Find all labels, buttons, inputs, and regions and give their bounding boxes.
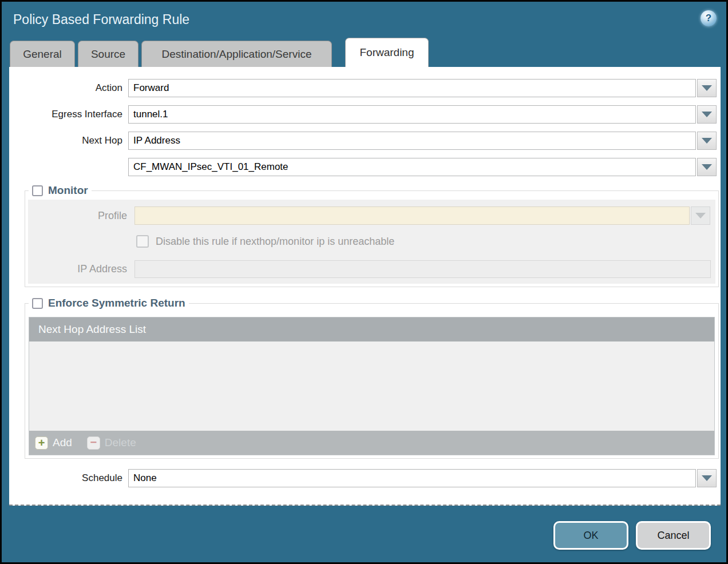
next-hop-address-dropdown-button[interactable]	[697, 158, 717, 176]
action-row: Action	[9, 79, 721, 97]
tab-source-label: Source	[91, 48, 125, 61]
dialog-titlebar: Policy Based Forwarding Rule	[2, 2, 726, 38]
next-hop-dropdown-button[interactable]	[697, 132, 717, 150]
next-hop-address-row	[9, 158, 721, 176]
tab-bar: General Source Destination/Application/S…	[10, 38, 726, 67]
policy-based-forwarding-dialog: Policy Based Forwarding Rule ? General S…	[0, 0, 728, 564]
monitor-group: Monitor Profile Disable this rule if nex…	[25, 184, 719, 287]
egress-interface-row: Egress Interface	[9, 105, 721, 124]
help-icon[interactable]: ?	[701, 10, 717, 26]
disable-rule-label: Disable this rule if nexthop/monitor ip …	[156, 236, 394, 248]
profile-label: Profile	[28, 210, 127, 222]
dialog-footer-buttons: OK Cancel	[553, 521, 711, 550]
tab-forwarding-label: Forwarding	[359, 46, 414, 59]
chevron-down-icon	[702, 112, 712, 117]
monitor-checkbox[interactable]	[32, 185, 43, 196]
monitor-legend-label: Monitor	[48, 184, 88, 197]
ok-button[interactable]: OK	[553, 521, 628, 550]
action-label: Action	[9, 82, 122, 94]
next-hop-type-input[interactable]	[128, 132, 696, 150]
egress-interface-input[interactable]	[128, 105, 696, 124]
monitor-panel: Profile Disable this rule if nexthop/mon…	[28, 200, 715, 284]
next-hop-address-table-body	[29, 341, 714, 431]
schedule-input[interactable]	[128, 469, 696, 487]
monitor-ip-address-row: IP Address	[28, 260, 715, 278]
help-icon-glyph: ?	[706, 13, 711, 24]
chevron-down-icon	[702, 85, 712, 91]
profile-dropdown-button-disabled	[691, 206, 710, 225]
next-hop-address-table: Next Hop Address List + Add − Delete	[29, 317, 715, 455]
schedule-label: Schedule	[9, 472, 122, 484]
next-hop-label: Next Hop	[9, 135, 122, 146]
next-hop-address-table-footer: + Add − Delete	[29, 431, 714, 455]
profile-input-disabled	[134, 206, 690, 225]
cancel-button[interactable]: Cancel	[636, 521, 711, 550]
profile-row: Profile	[28, 206, 715, 225]
add-button-label: Add	[53, 436, 72, 449]
tab-general-label: General	[23, 48, 62, 61]
enforce-symmetric-return-group: Enforce Symmetric Return Next Hop Addres…	[25, 297, 719, 459]
schedule-row: Schedule	[9, 469, 721, 487]
tab-forwarding[interactable]: Forwarding	[345, 38, 429, 67]
tab-destination-application-service[interactable]: Destination/Application/Service	[141, 41, 332, 67]
action-input[interactable]	[128, 79, 696, 97]
tab-source[interactable]: Source	[78, 41, 139, 67]
action-dropdown-button[interactable]	[697, 79, 717, 97]
monitor-legend: Monitor	[29, 184, 92, 197]
next-hop-address-list-header-label: Next Hop Address List	[38, 323, 146, 336]
next-hop-row: Next Hop	[9, 132, 721, 150]
chevron-down-icon	[702, 164, 712, 170]
monitor-ip-address-label: IP Address	[28, 263, 127, 275]
add-button[interactable]: + Add	[35, 436, 72, 450]
enforce-symmetric-return-legend: Enforce Symmetric Return	[29, 297, 189, 309]
tab-general[interactable]: General	[10, 41, 75, 67]
tab-destination-label: Destination/Application/Service	[162, 48, 312, 61]
plus-icon: +	[35, 436, 48, 450]
forwarding-tab-panel: Action Egress Interface Next Hop	[9, 67, 721, 506]
egress-interface-label: Egress Interface	[9, 109, 122, 120]
dialog-title: Policy Based Forwarding Rule	[13, 12, 189, 27]
chevron-down-icon	[695, 213, 706, 219]
delete-button-disabled: − Delete	[87, 436, 136, 450]
monitor-ip-address-input-disabled	[134, 260, 711, 278]
next-hop-address-input[interactable]	[128, 158, 696, 176]
egress-interface-dropdown-button[interactable]	[697, 105, 717, 124]
minus-icon: −	[87, 436, 100, 450]
enforce-symmetric-return-checkbox[interactable]	[32, 298, 43, 309]
disable-rule-checkbox-disabled	[136, 235, 149, 248]
chevron-down-icon	[702, 138, 712, 144]
delete-button-label: Delete	[105, 436, 136, 449]
disable-rule-row: Disable this rule if nexthop/monitor ip …	[136, 235, 715, 248]
schedule-dropdown-button[interactable]	[697, 469, 717, 487]
chevron-down-icon	[702, 475, 712, 481]
next-hop-address-table-header: Next Hop Address List	[29, 317, 714, 341]
enforce-symmetric-return-label: Enforce Symmetric Return	[48, 297, 185, 309]
